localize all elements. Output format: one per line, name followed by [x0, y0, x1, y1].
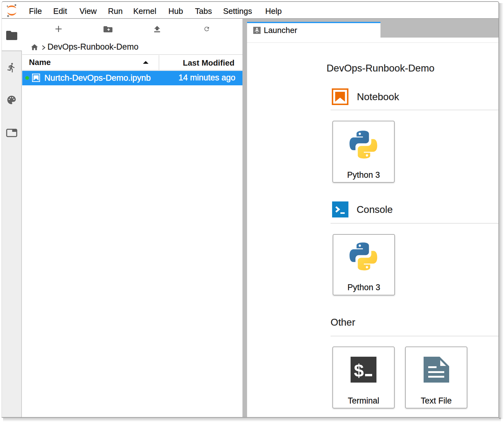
- svg-text:$: $: [354, 360, 364, 380]
